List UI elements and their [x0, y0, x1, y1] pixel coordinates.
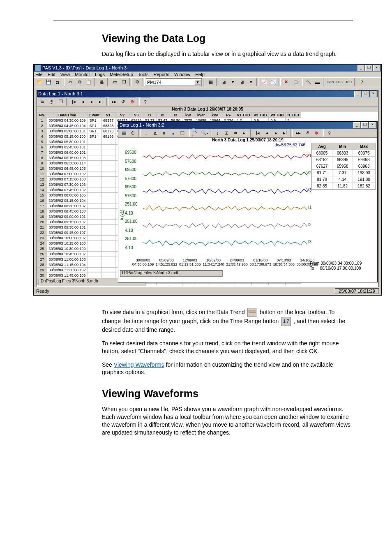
- g-ff-icon[interactable]: ▸▸: [294, 129, 302, 137]
- datalog2-titlebar[interactable]: Data Log 1 - North 3:2 _ ❐ ×: [118, 122, 377, 129]
- menu-logs[interactable]: Logs: [95, 72, 105, 77]
- menu-monitor[interactable]: Monitor: [75, 72, 90, 77]
- g-stop-icon[interactable]: ⊗: [312, 129, 321, 137]
- help-icon-2[interactable]: ?: [141, 97, 150, 106]
- log-icon[interactable]: LOG: [335, 78, 344, 86]
- table-view-icon[interactable]: ▦: [120, 129, 128, 137]
- loop-icon[interactable]: ↺: [119, 97, 127, 106]
- col-header[interactable]: kVA: [208, 112, 222, 118]
- combo-dropdown-icon[interactable]: ▼: [195, 80, 201, 85]
- prev-icon[interactable]: ◂: [78, 97, 87, 106]
- dl1-close-button[interactable]: ×: [370, 91, 377, 97]
- fastfwd-icon[interactable]: ▸▸: [110, 97, 118, 106]
- g-first-icon[interactable]: |◂: [254, 129, 262, 137]
- dl2-min-button[interactable]: _: [353, 122, 360, 128]
- page-icon[interactable]: ▢: [291, 78, 300, 86]
- minimize-button[interactable]: _: [357, 65, 364, 71]
- delta-icon[interactable]: Δ: [151, 129, 159, 137]
- col-header[interactable]: V3: [129, 112, 143, 118]
- stop-icon[interactable]: ⊗: [128, 97, 136, 106]
- main-titlebar[interactable]: PAS V1.3 - [D:\Pas] - Data Log 1 - North…: [34, 65, 381, 72]
- zoom-out-icon[interactable]: 🔍-: [200, 129, 209, 137]
- close-button[interactable]: ×: [373, 65, 380, 71]
- g-next-icon[interactable]: ▸: [272, 129, 280, 137]
- down-arrow-icon[interactable]: ↓: [142, 129, 150, 137]
- datalog1-titlebar[interactable]: Data Log 1 - North 3:1 _ ❐ ×: [37, 90, 378, 97]
- col-header[interactable]: V1: [101, 112, 115, 118]
- horiz-arrows-icon[interactable]: ⇔: [231, 129, 240, 137]
- monitor2-icon[interactable]: 🖥: [238, 78, 246, 86]
- menu-help[interactable]: Help: [195, 72, 205, 77]
- sum-icon[interactable]: Σ: [222, 129, 231, 137]
- stop-x-icon[interactable]: ✕: [282, 78, 291, 86]
- col-header[interactable]: No.: [37, 112, 47, 118]
- config-icon[interactable]: ⚙: [133, 78, 141, 86]
- window-icon[interactable]: ▭: [111, 78, 119, 86]
- restore-button[interactable]: ❐: [365, 65, 372, 71]
- graph-area[interactable]: North 3 Data Log 1 25/03/07 18:20:19 dx=…: [118, 138, 377, 278]
- col-header[interactable]: kW: [182, 112, 194, 118]
- time-range-icon-2[interactable]: ⏱: [129, 129, 137, 137]
- monitor-dd-icon[interactable]: ▾: [228, 78, 237, 86]
- grid-icon[interactable]: ▦: [206, 78, 215, 86]
- chart2-icon[interactable]: 📉: [269, 78, 277, 86]
- g-last-icon[interactable]: ▸|: [281, 129, 289, 137]
- col-header[interactable]: I3: [169, 112, 182, 118]
- book-icon[interactable]: ▬: [313, 78, 322, 86]
- clone-icon-3[interactable]: ❐: [178, 129, 187, 137]
- chart-icon[interactable]: 📈: [260, 78, 268, 86]
- monitor2-dd-icon[interactable]: ▾: [247, 78, 255, 86]
- time-range-icon[interactable]: ⏱: [47, 97, 56, 106]
- col-header[interactable]: PF: [222, 112, 235, 118]
- dl1-max-button[interactable]: ❐: [362, 91, 369, 97]
- col-header[interactable]: V3 THD: [269, 112, 286, 118]
- paste-icon[interactable]: 📋: [84, 78, 93, 86]
- stretch-v-icon[interactable]: ↕: [213, 129, 222, 137]
- dl1-min-button[interactable]: _: [354, 91, 361, 97]
- g-prev-icon[interactable]: ◂: [263, 129, 271, 137]
- dl2-close-button[interactable]: ×: [369, 122, 376, 128]
- device-combo[interactable]: PM174 ▼: [146, 78, 202, 86]
- menu-file[interactable]: File: [35, 72, 43, 77]
- menu-view[interactable]: View: [60, 72, 70, 77]
- col-header[interactable]: Date/Time: [47, 112, 88, 118]
- g-loop-icon[interactable]: ↺: [303, 129, 311, 137]
- first-icon[interactable]: |◂: [69, 97, 78, 106]
- menu-edit[interactable]: Edit: [48, 72, 55, 77]
- menu-tools[interactable]: Tools: [138, 72, 149, 77]
- menu-metersetup[interactable]: MeterSetup: [110, 72, 133, 77]
- marker-icon[interactable]: ⬥: [169, 129, 178, 137]
- help-icon[interactable]: ?: [357, 78, 366, 86]
- dl2-max-button[interactable]: ❐: [361, 122, 368, 128]
- copy-icon[interactable]: ⧉: [75, 78, 84, 86]
- viewing-waveforms-link[interactable]: Viewing Waveforms: [114, 361, 164, 368]
- hammer-icon[interactable]: 🔨: [304, 78, 313, 86]
- gen-icon[interactable]: GEN: [326, 78, 335, 86]
- last-icon[interactable]: ▸|: [97, 97, 105, 106]
- save-icon[interactable]: 💾: [44, 78, 53, 86]
- connect-icon[interactable]: ◘: [53, 78, 62, 86]
- open-icon[interactable]: 📂: [35, 78, 44, 86]
- print-icon[interactable]: 🖶: [97, 78, 106, 86]
- col-header[interactable]: I1 THD: [286, 112, 301, 118]
- tou-icon[interactable]: TOU: [344, 78, 353, 86]
- zoom-in-icon[interactable]: 🔍+: [191, 129, 200, 137]
- col-header[interactable]: V1 THD: [235, 112, 252, 118]
- col-header[interactable]: V2: [115, 112, 129, 118]
- col-header[interactable]: I1: [143, 112, 157, 118]
- col-header[interactable]: kvar: [194, 112, 208, 118]
- next-icon[interactable]: ▸: [88, 97, 96, 106]
- monitor1-icon[interactable]: 🖥: [219, 78, 228, 86]
- menu-reports[interactable]: Reports: [153, 72, 169, 77]
- menu-window[interactable]: Window: [174, 72, 190, 77]
- cut-icon[interactable]: ✂: [66, 78, 75, 86]
- col-header[interactable]: I2: [156, 112, 169, 118]
- list-icon[interactable]: ≡: [160, 129, 168, 137]
- g-help-icon[interactable]: ?: [325, 129, 334, 137]
- trend-icon[interactable]: ≋: [38, 97, 47, 106]
- clone-icon-2[interactable]: ❐: [56, 97, 65, 106]
- clone-icon[interactable]: ❐: [120, 78, 128, 86]
- col-header[interactable]: V2 THD: [252, 112, 269, 118]
- col-header[interactable]: Event: [88, 112, 101, 118]
- skip-end-icon[interactable]: ▸|: [240, 129, 249, 137]
